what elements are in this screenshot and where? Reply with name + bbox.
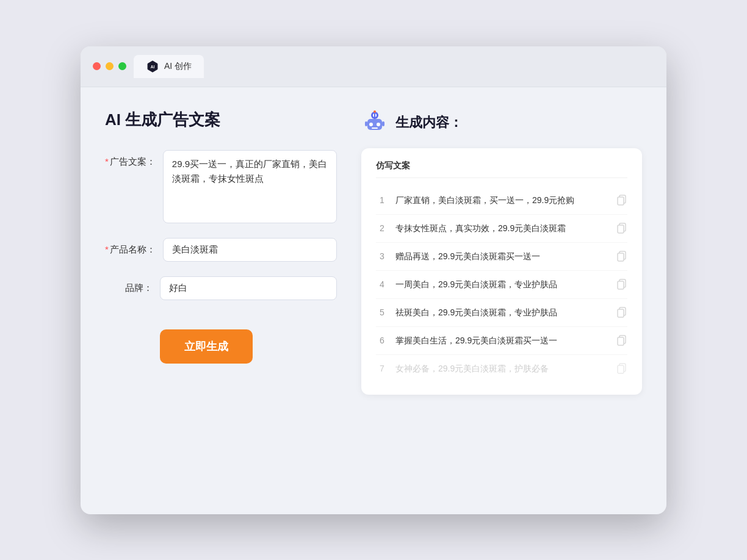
svg-rect-13	[618, 197, 624, 205]
maximize-button[interactable]	[118, 62, 126, 70]
ad-copy-input[interactable]: 29.9买一送一，真正的厂家直销，美白淡斑霜，专抹女性斑点	[163, 150, 337, 223]
brand-input[interactable]	[160, 276, 337, 300]
svg-point-11	[374, 110, 376, 113]
copy-icon[interactable]	[616, 279, 627, 290]
page-title: AI 生成广告文案	[105, 109, 337, 131]
close-button[interactable]	[93, 62, 101, 70]
ad-copy-label: *广告文案：	[105, 150, 163, 168]
main-content: AI 生成广告文案 *广告文案： 29.9买一送一，真正的厂家直销，美白淡斑霜，…	[81, 87, 666, 514]
result-list: 1厂家直销，美白淡斑霜，买一送一，29.9元抢购 2专抹女性斑点，真实功效，29…	[376, 187, 627, 382]
svg-rect-15	[618, 225, 624, 233]
minimize-button[interactable]	[106, 62, 114, 70]
svg-rect-21	[618, 309, 624, 317]
result-row: 4一周美白，29.9元美白淡斑霜，专业护肤品	[376, 271, 627, 299]
result-number: 4	[376, 279, 388, 289]
result-text: 厂家直销，美白淡斑霜，买一送一，29.9元抢购	[395, 194, 609, 207]
right-panel: 生成内容： 仿写文案 1厂家直销，美白淡斑霜，买一送一，29.9元抢购 2专抹女…	[361, 109, 642, 492]
result-text: 祛斑美白，29.9元美白淡斑霜，专业护肤品	[395, 306, 609, 319]
product-name-required: *	[105, 244, 109, 254]
svg-text:AI: AI	[151, 65, 155, 69]
result-text: 赠品再送，29.9元美白淡斑霜买一送一	[395, 250, 609, 263]
svg-rect-9	[382, 121, 384, 126]
result-text: 专抹女性斑点，真实功效，29.9元美白淡斑霜	[395, 222, 609, 235]
result-number: 5	[376, 307, 388, 317]
generate-button[interactable]: 立即生成	[160, 329, 253, 364]
result-row: 3赠品再送，29.9元美白淡斑霜买一送一	[376, 243, 627, 271]
svg-rect-19	[618, 281, 624, 289]
result-number: 7	[376, 364, 388, 373]
svg-rect-7	[372, 127, 378, 129]
result-card: 仿写文案 1厂家直销，美白淡斑霜，买一送一，29.9元抢购 2专抹女性斑点，真实…	[361, 148, 642, 395]
copy-icon[interactable]	[616, 335, 627, 346]
result-number: 6	[376, 336, 388, 345]
product-name-input[interactable]	[163, 238, 337, 262]
copy-icon[interactable]	[616, 363, 627, 374]
left-panel: AI 生成广告文案 *广告文案： 29.9买一送一，真正的厂家直销，美白淡斑霜，…	[105, 109, 337, 492]
result-table-header: 仿写文案	[376, 160, 627, 178]
svg-rect-25	[618, 365, 624, 373]
robot-icon	[361, 109, 388, 136]
svg-rect-23	[618, 337, 624, 345]
result-text: 掌握美白生活，29.9元美白淡斑霜买一送一	[395, 334, 609, 347]
result-number: 3	[376, 251, 388, 261]
ad-copy-required: *	[105, 156, 109, 167]
result-number: 1	[376, 195, 388, 205]
brand-group: 品牌：	[105, 276, 337, 300]
svg-point-6	[377, 123, 380, 126]
result-row: 6掌握美白生活，29.9元美白淡斑霜买一送一	[376, 327, 627, 355]
tab-label: AI 创作	[164, 61, 192, 72]
result-row: 2专抹女性斑点，真实功效，29.9元美白淡斑霜	[376, 215, 627, 243]
window-controls	[93, 62, 126, 70]
result-text: 一周美白，29.9元美白淡斑霜，专业护肤品	[395, 278, 609, 291]
result-header: 生成内容：	[361, 109, 642, 136]
result-row: 1厂家直销，美白淡斑霜，买一送一，29.9元抢购	[376, 187, 627, 215]
ai-tab[interactable]: AI AI 创作	[134, 55, 204, 78]
ai-tab-icon: AI	[146, 60, 159, 73]
result-number: 2	[376, 223, 388, 233]
brand-label: 品牌：	[105, 276, 160, 294]
title-bar: AI AI 创作	[81, 46, 666, 87]
result-row: 5祛斑美白，29.9元美白淡斑霜，专业护肤品	[376, 299, 627, 327]
product-name-group: *产品名称：	[105, 238, 337, 262]
svg-rect-17	[618, 253, 624, 261]
result-title: 生成内容：	[395, 113, 463, 132]
ad-copy-group: *广告文案： 29.9买一送一，真正的厂家直销，美白淡斑霜，专抹女性斑点	[105, 150, 337, 223]
result-text: 女神必备，29.9元美白淡斑霜，护肤必备	[395, 362, 609, 375]
svg-rect-8	[365, 121, 367, 126]
copy-icon[interactable]	[616, 195, 627, 206]
result-row: 7女神必备，29.9元美白淡斑霜，护肤必备	[376, 355, 627, 382]
copy-icon[interactable]	[616, 307, 627, 318]
copy-icon[interactable]	[616, 223, 627, 234]
svg-point-5	[369, 123, 373, 126]
product-name-label: *产品名称：	[105, 238, 163, 256]
copy-icon[interactable]	[616, 251, 627, 262]
browser-window: AI AI 创作 AI 生成广告文案 *广告文案： 29.9买一送一，真正的厂家…	[81, 46, 666, 514]
